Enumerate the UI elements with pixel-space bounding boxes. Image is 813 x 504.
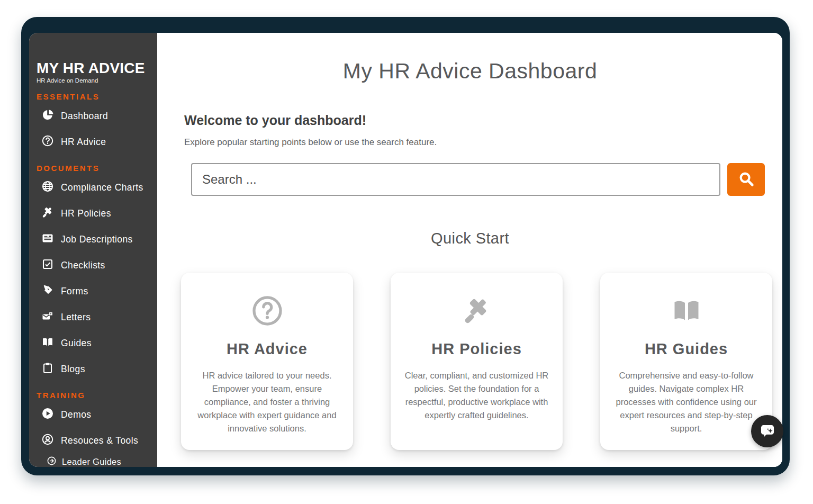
help-circle-icon bbox=[41, 134, 54, 150]
clipboard-icon bbox=[41, 362, 54, 377]
section-label-training: TRAINING bbox=[37, 391, 152, 400]
sidebar-item-label: Letters bbox=[61, 312, 91, 323]
search-button[interactable] bbox=[727, 163, 765, 196]
person-circle-icon bbox=[41, 433, 54, 448]
newspaper-icon bbox=[41, 232, 54, 247]
card-hr-guides[interactable]: HR Guides Comprehensive and easy-to-foll… bbox=[600, 273, 772, 450]
sidebar-item-label: HR Advice bbox=[61, 137, 106, 148]
sidebar-item-letters[interactable]: Letters bbox=[37, 304, 152, 330]
sidebar-item-hr-advice[interactable]: HR Advice bbox=[37, 129, 152, 155]
search-icon bbox=[737, 170, 755, 190]
card-hr-policies[interactable]: HR Policies Clear, compliant, and custom… bbox=[391, 273, 563, 450]
card-description: HR advice tailored to your needs. Empowe… bbox=[193, 369, 341, 435]
quick-start-cards: HR Advice HR advice tailored to your nee… bbox=[181, 273, 772, 450]
sidebar-item-hr-policies[interactable]: HR Policies bbox=[37, 201, 152, 227]
sidebar-subitem-leader-guides[interactable]: Leader Guides bbox=[37, 454, 152, 467]
sidebar-item-label: Compliance Charts bbox=[61, 182, 143, 193]
sidebar: MY HR ADVICE HR Advice on Demand ESSENTI… bbox=[29, 33, 157, 467]
sidebar-item-label: Dashboard bbox=[61, 111, 108, 122]
search-input[interactable] bbox=[191, 163, 720, 196]
mail-stack-icon bbox=[41, 310, 54, 325]
sidebar-item-guides[interactable]: Guides bbox=[37, 330, 152, 356]
open-book-icon bbox=[612, 294, 761, 328]
help-circle-icon bbox=[193, 294, 341, 328]
sidebar-item-label: HR Policies bbox=[61, 208, 111, 219]
quick-start-heading: Quick Start bbox=[157, 230, 782, 247]
sidebar-item-label: Demos bbox=[61, 409, 91, 420]
sidebar-item-label: Forms bbox=[61, 286, 88, 297]
page-title: My HR Advice Dashboard bbox=[157, 33, 782, 84]
main-content: My HR Advice Dashboard Welcome to your d… bbox=[157, 33, 782, 467]
search-bar bbox=[191, 163, 765, 196]
card-title: HR Policies bbox=[402, 340, 551, 358]
card-hr-advice[interactable]: HR Advice HR advice tailored to your nee… bbox=[181, 273, 353, 450]
section-label-documents: DOCUMENTS bbox=[37, 164, 152, 173]
welcome-subheading: Explore popular starting points below or… bbox=[157, 137, 782, 148]
sidebar-item-resources-tools[interactable]: Resouces & Tools bbox=[37, 428, 152, 454]
sidebar-item-demos[interactable]: Demos bbox=[37, 402, 152, 428]
sidebar-item-label: Resouces & Tools bbox=[61, 435, 138, 446]
gavel-icon bbox=[402, 294, 551, 328]
chat-widget-button[interactable] bbox=[751, 415, 783, 447]
welcome-heading: Welcome to your dashboard! bbox=[157, 113, 782, 128]
sidebar-item-compliance-charts[interactable]: Compliance Charts bbox=[37, 175, 152, 201]
card-title: HR Guides bbox=[612, 340, 761, 358]
sidebar-item-label: Job Descriptions bbox=[61, 234, 133, 245]
card-description: Clear, compliant, and customized HR poli… bbox=[402, 369, 551, 422]
card-title: HR Advice bbox=[193, 340, 341, 358]
app-window: MY HR ADVICE HR Advice on Demand ESSENTI… bbox=[21, 17, 790, 475]
app-tagline: HR Advice on Demand bbox=[37, 77, 152, 84]
pie-chart-icon bbox=[41, 109, 54, 124]
sidebar-subitem-label: Leader Guides bbox=[62, 457, 121, 467]
arrow-circle-right-icon bbox=[47, 456, 57, 467]
open-book-icon bbox=[41, 336, 54, 351]
sidebar-item-job-descriptions[interactable]: Job Descriptions bbox=[37, 227, 152, 253]
sidebar-item-dashboard[interactable]: Dashboard bbox=[37, 103, 152, 129]
chat-sparkle-icon bbox=[758, 421, 776, 441]
sidebar-item-label: Checklists bbox=[61, 260, 105, 271]
app-frame: MY HR ADVICE HR Advice on Demand ESSENTI… bbox=[29, 33, 782, 467]
card-description: Comprehensive and easy-to-follow guides.… bbox=[612, 369, 761, 435]
app-logo: MY HR ADVICE bbox=[37, 60, 152, 76]
sidebar-item-checklists[interactable]: Checklists bbox=[37, 253, 152, 278]
checkbox-icon bbox=[41, 258, 54, 273]
play-circle-icon bbox=[41, 407, 54, 422]
sidebar-item-label: Guides bbox=[61, 338, 92, 349]
gavel-icon bbox=[41, 206, 54, 221]
ink-bottle-icon bbox=[41, 284, 54, 299]
sidebar-item-blogs[interactable]: Blogs bbox=[37, 356, 152, 382]
sidebar-item-forms[interactable]: Forms bbox=[37, 278, 152, 304]
section-label-essentials: ESSENTIALS bbox=[37, 92, 152, 101]
sidebar-item-label: Blogs bbox=[61, 364, 85, 375]
globe-icon bbox=[41, 180, 54, 195]
